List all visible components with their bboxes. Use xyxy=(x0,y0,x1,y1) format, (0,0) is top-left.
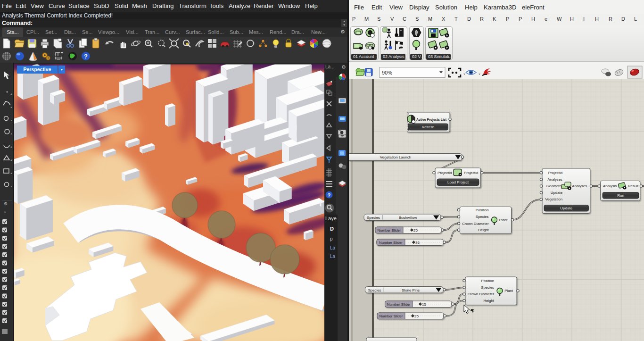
svg-text:Species: Species xyxy=(481,285,494,290)
svg-text:p: p xyxy=(330,236,333,241)
svg-text:90%: 90% xyxy=(382,70,392,75)
svg-text:Vegetation: Vegetation xyxy=(545,197,562,201)
svg-text:Run: Run xyxy=(617,193,624,198)
svg-text:Load Project: Load Project xyxy=(447,180,469,184)
svg-text:Projectid: Projectid xyxy=(548,171,562,175)
svg-text:Projectid: Projectid xyxy=(464,171,478,175)
svg-text:Number Slider: Number Slider xyxy=(387,302,411,307)
svg-text:Plant: Plant xyxy=(499,218,508,222)
svg-text:Geometry: Geometry xyxy=(546,184,562,188)
svg-text:Species: Species xyxy=(367,216,380,220)
svg-text:D: D xyxy=(330,226,334,232)
svg-text:Laye: Laye xyxy=(325,216,337,221)
svg-text:?: ? xyxy=(84,53,88,60)
svg-text:⚙: ⚙ xyxy=(4,201,8,206)
svg-text:Height: Height xyxy=(478,228,489,232)
svg-text:Update: Update xyxy=(551,191,562,195)
svg-text:La: La xyxy=(330,245,336,250)
svg-text:?: ? xyxy=(328,192,331,198)
svg-text:Number Slider: Number Slider xyxy=(379,241,403,245)
svg-text:Projectid: Projectid xyxy=(438,171,452,175)
svg-text:La...: La... xyxy=(325,64,334,69)
svg-text:Analyses: Analyses xyxy=(572,184,587,188)
svg-text:Species: Species xyxy=(476,215,489,219)
svg-text:Height: Height xyxy=(483,299,494,303)
svg-text:Position: Position xyxy=(476,208,489,212)
svg-text:Bushwillow: Bushwillow xyxy=(399,216,417,220)
svg-text:Refresh: Refresh xyxy=(422,125,434,129)
svg-text:Stone Pine: Stone Pine xyxy=(402,288,420,292)
svg-text:Number Slider: Number Slider xyxy=(380,314,403,318)
svg-text:Analysis: Analysis xyxy=(603,184,617,188)
svg-text:25: 25 xyxy=(414,314,419,318)
svg-text:Plant: Plant xyxy=(504,289,513,293)
svg-text:Position: Position xyxy=(481,279,494,283)
svg-text:Active Projects List: Active Projects List xyxy=(416,118,447,122)
svg-text:15: 15 xyxy=(422,302,426,307)
svg-text:⚙: ⚙ xyxy=(341,64,346,70)
svg-text:Number Slider: Number Slider xyxy=(378,228,401,233)
svg-text:Analyses: Analyses xyxy=(547,177,562,182)
svg-text:»: » xyxy=(4,210,6,215)
svg-text:Result: Result xyxy=(628,184,639,188)
svg-text:Update: Update xyxy=(560,206,572,210)
svg-text:25: 25 xyxy=(413,228,418,233)
svg-text:Crown Diameter: Crown Diameter xyxy=(468,292,495,296)
svg-text:La: La xyxy=(330,254,336,259)
svg-text:Vegetation Launch: Vegetation Launch xyxy=(380,155,411,159)
svg-text:36: 36 xyxy=(415,241,420,245)
svg-text:Species: Species xyxy=(368,288,381,292)
svg-text:Crown Diameter: Crown Diameter xyxy=(462,222,489,226)
